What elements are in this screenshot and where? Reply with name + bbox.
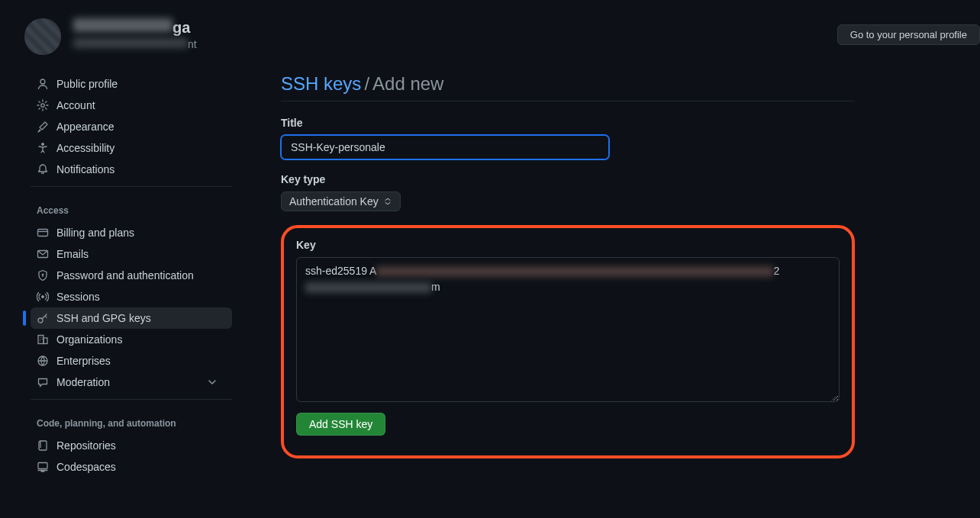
- sidebar-item-label: Emails: [56, 248, 89, 260]
- paintbrush-icon: [37, 121, 49, 133]
- add-ssh-key-button[interactable]: Add SSH key: [296, 413, 385, 436]
- sidebar-item-organizations[interactable]: Organizations: [31, 329, 232, 350]
- avatar[interactable]: [24, 18, 61, 55]
- credit-card-icon: [37, 227, 49, 239]
- key-highlight-box: Key ssh-ed25519 A2 m Add SSH key: [281, 225, 855, 458]
- codespaces-icon: [37, 461, 49, 473]
- chevron-down-icon: [206, 376, 218, 388]
- sidebar-item-label: Appearance: [56, 121, 114, 133]
- sidebar-item-label: Codespaces: [56, 461, 116, 473]
- broadcast-icon: [37, 291, 49, 303]
- comment-icon: [37, 376, 49, 388]
- sidebar-item-ssh[interactable]: SSH and GPG keys: [31, 307, 232, 329]
- key-textarea[interactable]: [296, 257, 840, 402]
- sidebar-item-codespaces[interactable]: Codespaces: [31, 456, 232, 478]
- sidebar-item-label: Notifications: [56, 163, 114, 175]
- sidebar: Public profileAccountAppearanceAccessibi…: [0, 73, 244, 478]
- shield-lock-icon: [37, 269, 49, 282]
- sidebar-item-label: Public profile: [56, 78, 118, 90]
- sidebar-item-repositories[interactable]: Repositories: [31, 435, 232, 456]
- sidebar-item-label: Billing and plans: [56, 227, 134, 239]
- accessibility-icon: [37, 142, 49, 154]
- gear-icon: [37, 99, 49, 111]
- sidebar-item-label: Password and authentication: [56, 269, 194, 282]
- sidebar-item-label: Enterprises: [56, 355, 111, 367]
- title-label: Title: [281, 117, 855, 129]
- sidebar-item-billing[interactable]: Billing and plans: [31, 222, 232, 243]
- mail-icon: [37, 248, 49, 260]
- keytype-value: Authentication Key: [289, 195, 379, 208]
- keytype-label: Key type: [281, 173, 855, 185]
- select-sort-icon: [383, 197, 392, 206]
- person-icon: [37, 78, 49, 90]
- sidebar-item-emails[interactable]: Emails: [31, 243, 232, 265]
- bell-icon: [37, 163, 49, 175]
- sidebar-item-accessibility[interactable]: Accessibility: [31, 137, 232, 159]
- sidebar-item-account[interactable]: Account: [31, 95, 232, 116]
- repo-icon: [37, 439, 49, 452]
- sidebar-item-password[interactable]: Password and authentication: [31, 265, 232, 286]
- key-label: Key: [296, 239, 840, 251]
- sidebar-item-sessions[interactable]: Sessions: [31, 286, 232, 307]
- user-display-name: xxxxxxxxxxxxxga: [73, 18, 197, 37]
- sidebar-item-label: Accessibility: [56, 142, 114, 154]
- personal-profile-button[interactable]: Go to your personal profile: [837, 24, 980, 45]
- page-title: SSH keys/Add new: [281, 73, 855, 95]
- title-input[interactable]: [281, 135, 609, 159]
- sidebar-item-label: Sessions: [56, 291, 100, 303]
- sidebar-group-access: Access: [31, 193, 232, 222]
- organization-icon: [37, 333, 49, 346]
- sidebar-item-appearance[interactable]: Appearance: [31, 116, 232, 137]
- sidebar-item-public-profile[interactable]: Public profile: [31, 73, 232, 95]
- sidebar-item-label: Repositories: [56, 439, 116, 452]
- breadcrumb-current: Add new: [372, 73, 443, 94]
- user-subtext: xxxxxxxxxxxxxxxxxnt: [73, 38, 197, 50]
- sidebar-item-label: Account: [56, 99, 95, 111]
- sidebar-group-code-planning-and-automation: Code, planning, and automation: [31, 406, 232, 435]
- globe-icon: [37, 355, 49, 367]
- sidebar-item-label: SSH and GPG keys: [56, 312, 151, 324]
- sidebar-item-enterprises[interactable]: Enterprises: [31, 350, 232, 372]
- keytype-select[interactable]: Authentication Key: [281, 191, 401, 211]
- sidebar-item-notifications[interactable]: Notifications: [31, 159, 232, 180]
- sidebar-item-label: Moderation: [56, 376, 110, 388]
- key-icon: [37, 312, 49, 324]
- sidebar-item-label: Organizations: [56, 333, 122, 346]
- sidebar-item-moderation[interactable]: Moderation: [31, 372, 232, 393]
- breadcrumb-ssh-keys-link[interactable]: SSH keys: [281, 73, 361, 94]
